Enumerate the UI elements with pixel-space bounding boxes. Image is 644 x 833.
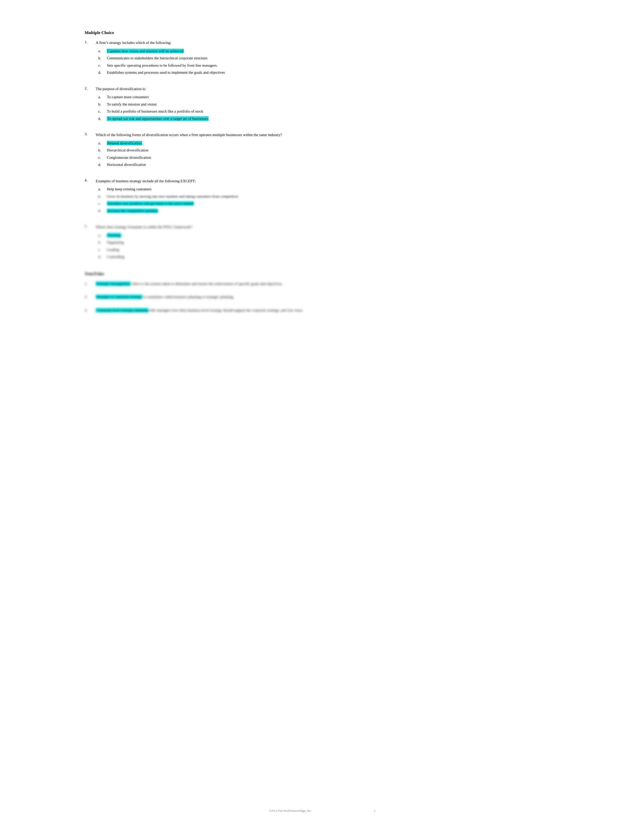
tf-item-3: 3. Corporate-level strategic planning te…: [85, 307, 564, 313]
tf-rest-2: is sometimes called business planning or…: [142, 295, 234, 299]
answer-list-5: a. Planning b. Organizing c. Leading d. …: [98, 233, 564, 260]
answer-letter-1a: a.: [98, 48, 104, 54]
answer-list-1: a. Captures how vision and mission will …: [98, 48, 564, 76]
answer-letter-1d: d.: [98, 70, 104, 76]
answer-letter-4a: a.: [98, 186, 104, 192]
answer-letter-3d: d.: [98, 162, 104, 167]
highlight-3a: Related diversification: [107, 141, 142, 145]
question-text-3: Which of the following forms of diversif…: [96, 132, 564, 138]
question-body-1: A firm’s strategy includes which of the …: [96, 40, 564, 77]
answer-text-4c: Introduce new products and get them to t…: [107, 201, 194, 206]
answer-text-5d: Controlling: [107, 254, 124, 260]
tf-section-title: True/False: [85, 271, 564, 277]
answer-item-2c: c. To build a portfolio of businesses mu…: [98, 109, 564, 114]
question-text-1: A firm’s strategy includes which of the …: [96, 40, 564, 46]
answer-item-5b: b. Organizing: [98, 240, 564, 245]
answer-list-4: a. Help keep existing customers b. Grow …: [98, 186, 564, 214]
answer-letter-2a: a.: [98, 94, 104, 100]
footer-text: ©2013 Flat World Knowledge, Inc.: [269, 809, 312, 812]
answer-text-4d: Increase the competitive position: [107, 208, 158, 214]
answer-item-1d: d. Establishes systems and processes use…: [98, 70, 564, 76]
question-item-1: 1. A firm’s strategy includes which of t…: [85, 40, 564, 77]
answer-item-3b: b. Hierarchical diversification: [98, 148, 564, 153]
question-item-3: 3. Which of the following forms of diver…: [85, 132, 564, 169]
answer-item-5a: a. Planning: [98, 233, 564, 238]
answer-text-1c: Sets specific operating procedures to be…: [107, 63, 218, 68]
true-false-section: True/False 1. Strategic management refer…: [85, 271, 564, 313]
answer-letter-4c: c.: [98, 201, 104, 206]
answer-letter-2c: c.: [98, 109, 104, 114]
question-body-4: Examples of business strategy include al…: [96, 178, 564, 215]
answer-item-5c: c. Leading: [98, 247, 564, 252]
page-content: Multiple Choice 1. A firm’s strategy inc…: [85, 30, 564, 313]
answer-text-3d: Horizontal diversification: [107, 162, 146, 167]
answer-item-5d: d. Controlling: [98, 254, 564, 260]
answer-text-2c: To build a portfolio of businesses much …: [107, 109, 203, 114]
answer-item-1b: b. Communicates to stakeholders the hier…: [98, 55, 564, 61]
answer-item-4b: b. Grow its business by moving into new …: [98, 194, 564, 199]
answer-letter-5b: b.: [98, 240, 104, 245]
answer-letter-1b: b.: [98, 55, 104, 61]
answer-letter-3b: b.: [98, 148, 104, 153]
tf-highlight-1: Strategic management: [96, 281, 130, 286]
answer-text-5b: Organizing: [107, 240, 124, 245]
question-text-4: Examples of business strategy include al…: [96, 178, 564, 184]
answer-item-4d: d. Increase the competitive position: [98, 208, 564, 214]
highlight-2d: To spread out risk and opportunities ove…: [107, 116, 209, 121]
question-number-3: 3.: [85, 132, 92, 169]
tf-text-3: Corporate-level strategic planning tells…: [96, 307, 303, 313]
answer-text-4b: Grow its business by moving into new mar…: [107, 194, 238, 199]
question-number-2: 2.: [85, 86, 92, 123]
answer-text-3c: Conglomerate diversification: [107, 155, 151, 161]
answer-text-1b: Communicates to stakeholders the hierarc…: [107, 55, 208, 61]
answer-item-4a: a. Help keep existing customers: [98, 186, 564, 192]
highlight-4c: Introduce new products and get them to t…: [107, 201, 194, 206]
answer-letter-5d: d.: [98, 254, 104, 260]
answer-item-4c: c. Introduce new products and get them t…: [98, 201, 564, 206]
answer-item-1a: a. Captures how vision and mission will …: [98, 48, 564, 54]
answer-letter-3c: c.: [98, 155, 104, 161]
answer-text-4a: Help keep existing customers: [107, 186, 151, 192]
answer-letter-4b: b.: [98, 194, 104, 199]
question-text-5: Where does strategy formulate in within …: [96, 224, 564, 230]
question-body-5: Where does strategy formulate in within …: [96, 224, 564, 261]
question-text-2: The purpose of diversification is:: [96, 86, 564, 92]
highlight-1a: Captures how vision and mission will be …: [107, 49, 184, 53]
tf-text-2: Strategic or corporate strategy is somet…: [96, 294, 234, 300]
question-item-5: 5. Where does strategy formulate in with…: [85, 224, 564, 261]
tf-rest-3: tells managers how their business-level …: [148, 308, 303, 312]
tf-item-2: 2. Strategic or corporate strategy is so…: [85, 294, 564, 300]
tf-number-2: 2.: [85, 294, 92, 300]
answer-item-3a: a. Related diversification: [98, 140, 564, 146]
answer-list-2: a. To capture more consumers b. To satis…: [98, 94, 564, 121]
tf-list: 1. Strategic management refers to the ac…: [85, 281, 564, 313]
answer-text-2a: To capture more consumers: [107, 94, 149, 100]
answer-letter-5c: c.: [98, 247, 104, 252]
question-number-4: 4.: [85, 178, 92, 215]
answer-item-3c: c. Conglomerate diversification: [98, 155, 564, 161]
highlight-4d: Increase the competitive position: [107, 209, 158, 213]
answer-letter-5a: a.: [98, 233, 104, 238]
section-title: Multiple Choice: [85, 30, 564, 35]
answer-text-2d: To spread out risk and opportunities ove…: [107, 116, 209, 122]
tf-highlight-2: Strategic or corporate strategy: [96, 294, 142, 299]
answer-text-2b: To satisfy the mission and vision: [107, 101, 156, 107]
answer-list-3: a. Related diversification b. Hierarchic…: [98, 140, 564, 167]
footer: ©2013 Flat World Knowledge, Inc. 2: [0, 809, 644, 813]
answer-letter-2b: b.: [98, 101, 104, 107]
question-item-2: 2. The purpose of diversification is: a.…: [85, 86, 564, 123]
tf-rest-1: refers to the actions taken to determine…: [130, 282, 283, 286]
tf-number-1: 1.: [85, 281, 92, 287]
answer-item-2a: a. To capture more consumers: [98, 94, 564, 100]
answer-letter-3a: a.: [98, 140, 104, 146]
answer-item-2b: b. To satisfy the mission and vision: [98, 101, 564, 107]
tf-number-3: 3.: [85, 307, 92, 313]
answer-item-3d: d. Horizontal diversification: [98, 162, 564, 167]
answer-letter-2d: d.: [98, 116, 104, 122]
answer-letter-1c: c.: [98, 63, 104, 68]
answer-text-3b: Hierarchical diversification: [107, 148, 148, 153]
answer-text-5c: Leading: [107, 247, 119, 252]
tf-item-1: 1. Strategic management refers to the ac…: [85, 281, 564, 287]
question-number-5: 5.: [85, 224, 92, 261]
answer-letter-4d: d.: [98, 208, 104, 214]
